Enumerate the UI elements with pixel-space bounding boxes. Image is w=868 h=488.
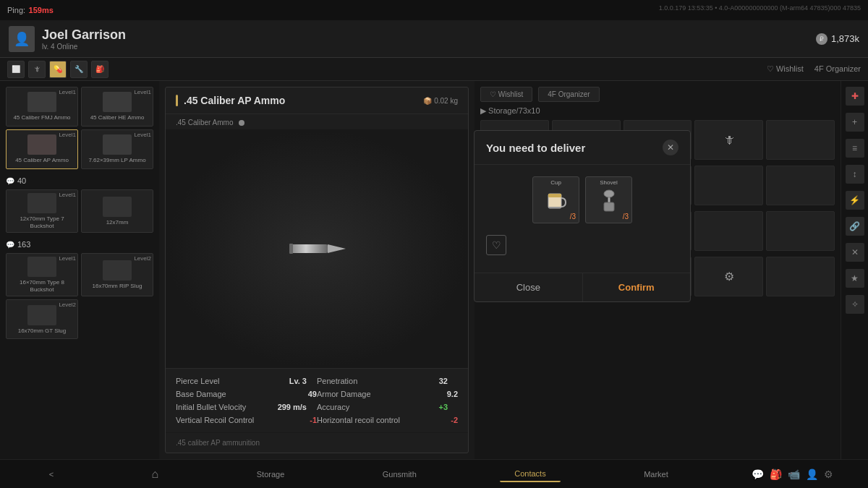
item-detail-panel: .45 Caliber AP Ammo 📦 0.02 kg .45 Calibe… — [165, 87, 469, 453]
dialog-close-icon[interactable]: ✕ — [663, 140, 678, 155]
inv-cell[interactable] — [766, 120, 835, 160]
action-buttons: ♡ Wishlist 4F Organizer — [480, 87, 835, 102]
inv-cell[interactable] — [694, 166, 763, 205]
top-bar: Ping: 159ms 1.0.0.179 13:53:35 • 4.0-A00… — [0, 0, 868, 20]
item-icon — [103, 92, 132, 112]
inv-cell[interactable]: 🗡 — [694, 120, 763, 160]
filter-gear[interactable]: 🎒 — [91, 61, 109, 78]
bottom-icon-settings[interactable]: ⚙ — [824, 468, 833, 480]
item-icon — [27, 305, 56, 325]
item-cell-buckshot7[interactable]: Level1 12x70mm Type 7 Buckshot — [6, 189, 78, 233]
svg-point-8 — [604, 190, 614, 197]
item-cell-ap[interactable]: Level1 45 Caliber AP Ammo — [6, 129, 78, 169]
nav-contacts[interactable]: Contacts — [500, 466, 560, 482]
filter-misc[interactable]: 🔧 — [70, 61, 88, 78]
nav-gunsmith[interactable]: Gunsmith — [368, 467, 431, 481]
slug-grid: Level1 16×70mm Type 8 Buckshot Level2 16… — [6, 253, 153, 339]
wishlist-icon-btn[interactable]: ♡ — [486, 235, 506, 255]
bottom-nav: < ⌂ Storage Gunsmith Contacts Market 💬 🎒… — [0, 459, 868, 488]
bottom-icon-inventory[interactable]: 🎒 — [770, 468, 782, 480]
nav-back[interactable]: < — [35, 467, 68, 481]
nav-home[interactable]: ⌂ — [137, 465, 174, 484]
wishlist-button[interactable]: ♡ Wishlist — [480, 87, 532, 102]
slot-name-cup: Cup — [533, 179, 579, 186]
nav-market[interactable]: Market — [629, 467, 683, 481]
section-count-1: 💬 40 — [6, 176, 153, 185]
item-icon — [27, 193, 56, 213]
sidebar-btn-9[interactable]: ✧ — [846, 295, 864, 314]
recoil-h-value: -2 — [451, 416, 458, 424]
filter-weapon[interactable]: 🗡 — [28, 61, 46, 78]
bottom-icon-chat[interactable]: 💬 — [752, 468, 764, 480]
item-level: Level2 — [59, 301, 76, 308]
item-cell-lp[interactable]: Level1 7.62×39mm LP Ammo — [81, 129, 153, 169]
item-name: 16x70mm GT Slug — [18, 328, 67, 335]
base-damage-value: 49 — [308, 390, 317, 398]
svg-rect-0 — [292, 244, 328, 253]
recoil-v-label: Vertical Recoil Control — [176, 416, 254, 424]
armor-damage-label: Armor Damage — [317, 390, 371, 398]
header: 👤 Joel Garrison lv. 4 Online ₽ 1,873k — [0, 20, 868, 58]
ammo-item-grid: Level1 45 Caliber FMJ Ammo Level1 45 Cal… — [6, 87, 153, 169]
player-name: Joel Garrison — [42, 27, 816, 43]
sidebar-btn-2[interactable]: + — [846, 113, 864, 132]
item-level: Level1 — [59, 255, 76, 262]
item-cell-he[interactable]: Level1 45 Caliber HE Ammo — [81, 87, 153, 127]
detail-description: .45 caliber AP ammunition — [166, 432, 468, 453]
item-level: Level1 — [59, 192, 76, 198]
bullet-svg — [284, 234, 349, 263]
cup-svg — [544, 188, 569, 213]
currency-icon: ₽ — [816, 33, 827, 45]
filter-ammo[interactable]: 💊 — [49, 61, 67, 78]
confirm-button[interactable]: Confirm — [583, 273, 691, 301]
inv-cell[interactable] — [694, 211, 763, 251]
main-content: Level1 45 Caliber FMJ Ammo Level1 45 Cal… — [0, 81, 868, 459]
stat-pierce-level: Pierce Level Lv. 3 — [176, 374, 317, 388]
svg-rect-2 — [289, 244, 293, 254]
sidebar-btn-5[interactable]: ⚡ — [846, 191, 864, 210]
accuracy-label: Accuracy — [317, 403, 349, 411]
item-cell-fmj[interactable]: Level1 45 Caliber FMJ Ammo — [6, 87, 78, 127]
item-cell-rip-slug[interactable]: Level2 16x70mm RIP Slug — [81, 253, 153, 296]
svg-rect-7 — [604, 202, 614, 211]
sidebar-btn-4[interactable]: ↕ — [846, 165, 864, 184]
item-cell-12x7[interactable]: 12x7mm — [81, 189, 153, 233]
bottom-icon-person[interactable]: 👤 — [806, 468, 818, 480]
organizer-nav[interactable]: 4F Organizer — [814, 64, 861, 74]
sidebar-btn-6[interactable]: 🔗 — [846, 217, 864, 236]
sidebar-btn-8[interactable]: ★ — [846, 269, 864, 288]
player-info: Joel Garrison lv. 4 Online — [42, 27, 816, 51]
stats-grid: Pierce Level Lv. 3 Base Damage 49 Initia… — [166, 368, 468, 432]
item-level: Level1 — [134, 132, 151, 138]
bullet-velocity-value: 299 m/s — [278, 403, 307, 411]
item-icon — [27, 92, 56, 112]
item-name: 45 Caliber HE Ammo — [90, 114, 145, 121]
detail-indicator — [176, 95, 178, 106]
right-sidebar: ✚ + ≡ ↕ ⚡ 🔗 ✕ ★ ✧ — [841, 81, 868, 459]
dialog-title: You need to deliver — [486, 142, 585, 154]
inv-cell[interactable]: ⚙ — [694, 257, 763, 296]
pierce-level-value: Lv. 3 — [289, 377, 307, 385]
sidebar-btn-3[interactable]: ≡ — [846, 139, 864, 158]
item-name: 12x7mm — [106, 219, 129, 226]
filter-all[interactable]: ⬜ — [7, 61, 25, 78]
inv-cell[interactable] — [766, 166, 835, 205]
sidebar-btn-7[interactable]: ✕ — [846, 243, 864, 262]
nav-storage[interactable]: Storage — [242, 467, 299, 481]
inv-cell[interactable] — [766, 257, 835, 296]
recoil-h-label: Horizontal recoil control — [317, 416, 400, 424]
item-level: Level1 — [59, 89, 76, 95]
organizer-button[interactable]: 4F Organizer — [538, 87, 599, 102]
close-button[interactable]: Close — [475, 273, 582, 301]
inv-cell[interactable] — [766, 211, 835, 251]
currency-display: ₽ 1,873k — [816, 33, 859, 45]
detail-image-area — [166, 129, 468, 368]
item-cell-buckshot8[interactable]: Level1 16×70mm Type 8 Buckshot — [6, 253, 78, 296]
deliver-item-slots: Cup /3 Shovel /3 — [532, 176, 632, 223]
seller-name: ▶ Storage/73x10 — [480, 106, 835, 116]
sidebar-btn-1[interactable]: ✚ — [846, 87, 864, 106]
item-cell-gt-slug[interactable]: Level2 16x70mm GT Slug — [6, 299, 78, 339]
deliver-dialog: You need to deliver ✕ Cup /3 Shovel — [474, 130, 691, 302]
bottom-icon-video[interactable]: 📹 — [788, 468, 800, 480]
wishlist-nav[interactable]: ♡ Wishlist — [767, 64, 804, 74]
